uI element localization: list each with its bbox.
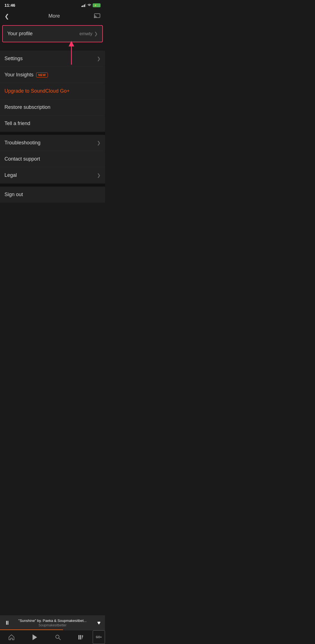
status-icons: ⚡ [81, 3, 101, 8]
troubleshooting-chevron: ❯ [97, 140, 101, 145]
menu-item-contact-support[interactable]: Contact support [0, 151, 105, 167]
upgrade-label: Upgrade to SoundCloud Go+ [4, 88, 70, 94]
legal-chevron: ❯ [97, 173, 101, 178]
section-divider-1 [0, 132, 105, 135]
your-profile-label: Your profile [7, 31, 32, 37]
legal-label: Legal [4, 172, 17, 178]
cast-icon[interactable] [94, 13, 101, 20]
header: ❮ More [0, 9, 105, 23]
menu-item-restore[interactable]: Restore subscription [0, 99, 105, 116]
legal-right: ❯ [97, 173, 101, 178]
support-menu-section: Troubleshooting ❯ Contact support Legal … [0, 135, 105, 183]
header-title: More [48, 13, 60, 19]
your-profile-username: emwty [80, 31, 92, 36]
status-bar: 11:46 ⚡ [0, 0, 105, 9]
your-insights-left: Your Insights NEW [4, 72, 48, 78]
troubleshooting-right: ❯ [97, 140, 101, 145]
wifi-icon [87, 3, 92, 8]
menu-item-troubleshooting[interactable]: Troubleshooting ❯ [0, 135, 105, 151]
settings-right: ❯ [97, 56, 101, 61]
restore-label: Restore subscription [4, 104, 50, 110]
your-profile-right: emwty ❯ [80, 31, 98, 36]
svg-text:⚡: ⚡ [94, 4, 97, 7]
profile-section: Your profile emwty ❯ [2, 25, 103, 42]
menu-item-tell-friend[interactable]: Tell a friend [0, 116, 105, 131]
menu-item-your-profile[interactable]: Your profile emwty ❯ [3, 26, 102, 42]
tell-friend-label: Tell a friend [4, 121, 30, 126]
troubleshooting-label: Troubleshooting [4, 140, 40, 146]
main-content: 11:46 ⚡ [0, 0, 105, 234]
sign-out-label: Sign out [4, 192, 23, 198]
status-time: 11:46 [4, 3, 15, 8]
your-profile-chevron: ❯ [94, 31, 98, 36]
sign-out-section: Sign out [0, 187, 105, 203]
new-badge: NEW [36, 72, 48, 77]
settings-label: Settings [4, 56, 23, 62]
menu-item-settings[interactable]: Settings ❯ [0, 51, 105, 67]
signal-icon [81, 4, 86, 7]
svg-rect-1 [99, 4, 100, 6]
settings-chevron: ❯ [97, 56, 101, 61]
your-insights-label: Your Insights [4, 72, 33, 78]
main-menu-section: Settings ❯ Your Insights NEW Upgrade to … [0, 51, 105, 131]
svg-point-4 [94, 17, 95, 18]
battery-icon: ⚡ [93, 3, 101, 7]
menu-item-your-insights[interactable]: Your Insights NEW [0, 67, 105, 83]
menu-item-sign-out[interactable]: Sign out [0, 187, 105, 203]
menu-item-legal[interactable]: Legal ❯ [0, 167, 105, 183]
contact-support-label: Contact support [4, 156, 40, 162]
section-divider-2 [0, 184, 105, 187]
back-button[interactable]: ❮ [4, 13, 15, 20]
menu-item-upgrade[interactable]: Upgrade to SoundCloud Go+ [0, 83, 105, 99]
